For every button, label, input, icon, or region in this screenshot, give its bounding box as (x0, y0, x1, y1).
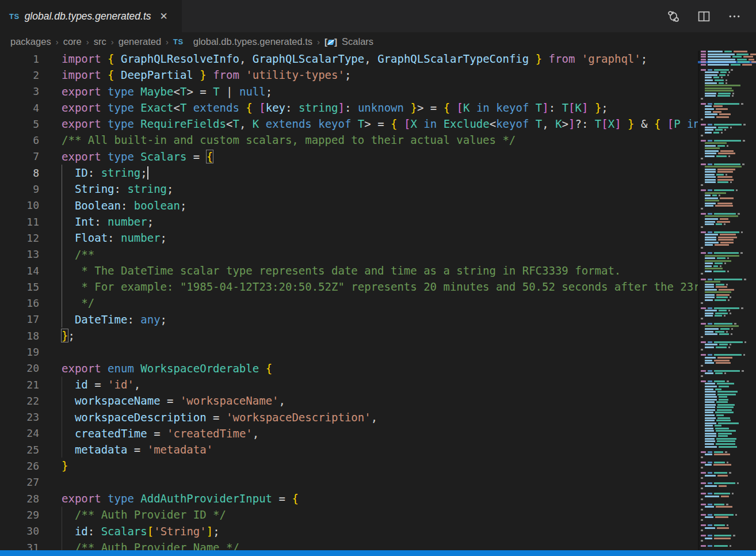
code-line[interactable]: 14 * The DateTime scalar type represents… (0, 262, 698, 279)
code-line[interactable]: 19 (0, 344, 698, 360)
minimap-line (698, 181, 756, 183)
open-changes-icon[interactable] (667, 10, 680, 23)
code-line[interactable]: 20export enum WorkspaceOrderable { (0, 360, 698, 376)
minimap-line (698, 399, 756, 401)
type-symbol-icon: [] (324, 36, 337, 47)
minimap-gap (698, 501, 756, 502)
minimap-gap (698, 352, 756, 353)
minimap-line (698, 331, 756, 333)
code-line[interactable]: 30 id: Scalars['String']; (0, 523, 698, 539)
code-line[interactable]: 21 id = 'id', (0, 376, 698, 393)
code-line[interactable]: 29 /** Auth Provider ID */ (0, 507, 698, 523)
minimap-gap (698, 490, 756, 492)
minimap-gap (698, 532, 756, 534)
code-line[interactable]: 6/** All built-in and custom scalars, ma… (0, 132, 698, 148)
code-line[interactable]: 1import { GraphQLResolveInfo, GraphQLSca… (0, 51, 698, 67)
line-number: 1 (0, 53, 39, 65)
minimap-gap (698, 161, 756, 162)
code-line[interactable]: 17 DateTime: any; (0, 311, 698, 327)
minimap-line (698, 391, 756, 393)
code-line[interactable]: 3export type Maybe<T> = T | null; (0, 83, 698, 100)
split-editor-icon[interactable] (697, 10, 711, 23)
tab-global-db-types-generated[interactable]: TS global.db.types.generated.ts ✕ (0, 0, 182, 32)
code-text: Int: number; (62, 214, 154, 230)
minimap-line (698, 412, 756, 413)
code-line[interactable]: 16 */ (0, 295, 698, 311)
minimap-gap (698, 100, 756, 102)
indent-guide (62, 197, 62, 214)
minimap-line (698, 119, 756, 120)
minimap-line (698, 349, 756, 351)
code-line[interactable]: 2import { DeepPartial } from 'utility-ty… (0, 67, 698, 83)
minimap-line (698, 396, 756, 398)
code-line[interactable]: 23 workspaceDescription = 'workspaceDesc… (0, 409, 698, 425)
minimap-line (698, 425, 756, 426)
close-icon[interactable]: ✕ (160, 12, 168, 21)
minimap-line (698, 252, 756, 254)
code-text: export type Scalars = { (62, 148, 213, 165)
line-number: 17 (0, 313, 39, 325)
minimap-line (698, 205, 756, 207)
: ] (334, 37, 337, 47)
minimap-line (698, 273, 756, 275)
line-number: 12 (0, 232, 39, 244)
code-line[interactable]: 8 ID: string; (0, 165, 698, 181)
line-number: 6 (0, 134, 39, 146)
code-line[interactable]: 24 createdTime = 'createdTime', (0, 425, 698, 441)
breadcrumb-symbol-label: Scalars (342, 36, 373, 47)
minimap-line (698, 406, 756, 408)
minimap-gap (698, 521, 756, 523)
minimap-line (698, 299, 756, 301)
minimap-line (698, 265, 756, 267)
minimap-gap (698, 511, 756, 513)
breadcrumb-item-src[interactable]: src (94, 36, 106, 47)
code-text: ID: string; (62, 165, 148, 181)
editor[interactable]: 1import { GraphQLResolveInfo, GraphQLSca… (0, 51, 756, 550)
minimap-line (698, 286, 756, 288)
vscode-window: TS global.db.types.generated.ts ✕ (0, 0, 756, 556)
minimap-line (698, 488, 756, 489)
minimap[interactable] (698, 51, 756, 550)
breadcrumb-symbol[interactable]: []Scalars (324, 36, 373, 47)
code-line[interactable]: 4export type Exact<T extends { [key: str… (0, 100, 698, 116)
minimap-line (698, 105, 756, 107)
code-line[interactable]: 25 metadata = 'metadata' (0, 441, 698, 458)
code-area[interactable]: 1import { GraphQLResolveInfo, GraphQLSca… (0, 51, 698, 550)
minimap-line (698, 302, 756, 304)
code-text: createdTime = 'createdTime', (62, 425, 259, 441)
minimap-line (698, 71, 756, 73)
minimap-line (698, 498, 756, 500)
minimap-line (698, 341, 756, 343)
text-cursor (147, 166, 148, 180)
breadcrumb-item-core[interactable]: core (63, 36, 82, 47)
minimap-line (698, 189, 756, 191)
code-text: export type Maybe<T> = T | null; (62, 83, 272, 100)
code-text: metadata = 'metadata' (62, 441, 213, 458)
code-line[interactable]: 15 * For example: "1985-04-12T23:20:50.5… (0, 279, 698, 295)
more-actions-icon[interactable] (728, 10, 741, 23)
code-line[interactable]: 10 Boolean: boolean; (0, 197, 698, 214)
minimap-line (698, 218, 756, 220)
breadcrumb-item-packages[interactable]: packages (10, 36, 51, 47)
minimap-line (698, 475, 756, 477)
breadcrumb-file[interactable]: TSglobal.db.types.generated.ts (173, 36, 312, 47)
code-line[interactable]: 5export type RequireFields<T, K extends … (0, 116, 698, 132)
code-line[interactable]: 18}; (0, 327, 698, 344)
code-line[interactable]: 22 workspaceName = 'workspaceName', (0, 393, 698, 409)
code-line[interactable]: 31 /** Auth Provider Name */ (0, 539, 698, 550)
minimap-line (698, 323, 756, 325)
code-line[interactable]: 7export type Scalars = { (0, 148, 698, 165)
minimap-line (698, 354, 756, 356)
minimap-line (698, 234, 756, 235)
code-text: /** All built-in and custom scalars, map… (62, 132, 516, 148)
code-line[interactable]: 28export type AddAuthProviderInput = { (0, 490, 698, 507)
breadcrumb-item-generated[interactable]: generated (119, 36, 161, 47)
code-line[interactable]: 13 /** (0, 246, 698, 262)
code-line[interactable]: 9 String: string; (0, 181, 698, 197)
minimap-line (698, 262, 756, 264)
code-line[interactable]: 27 (0, 474, 698, 490)
code-line[interactable]: 12 Float: number; (0, 230, 698, 246)
code-line[interactable]: 26} (0, 458, 698, 474)
indent-guide (62, 181, 62, 197)
code-line[interactable]: 11 Int: number; (0, 214, 698, 230)
